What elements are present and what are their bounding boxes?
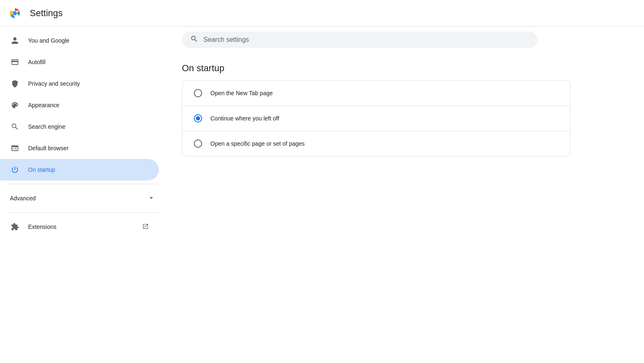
- power-icon: [10, 165, 20, 175]
- search-bar: [182, 31, 537, 48]
- main-content: On startup Open the New Tab page Continu…: [165, 53, 644, 363]
- external-link-icon: [142, 223, 149, 231]
- option-new-tab[interactable]: Open the New Tab page: [182, 81, 570, 106]
- search-icon: [10, 122, 20, 132]
- sidebar-item-you-and-google[interactable]: You and Google: [0, 30, 159, 51]
- search-icon: [190, 35, 198, 45]
- sidebar-item-on-startup[interactable]: On startup: [0, 159, 159, 180]
- sidebar-item-label: Autofill: [28, 59, 45, 65]
- section-title: On startup: [182, 63, 627, 74]
- sidebar-item-advanced[interactable]: Advanced: [0, 188, 165, 209]
- sidebar: You and Google Autofill Privacy and secu…: [0, 26, 165, 363]
- puzzle-icon: [10, 222, 20, 232]
- option-new-tab-label: Open the New Tab page: [210, 90, 273, 96]
- option-specific-page[interactable]: Open a specific page or set of pages: [182, 131, 570, 156]
- search-input[interactable]: [203, 36, 529, 43]
- startup-options-card: Open the New Tab page Continue where you…: [182, 80, 570, 156]
- svg-point-2: [13, 11, 17, 15]
- sidebar-item-default-browser[interactable]: Default browser: [0, 137, 159, 159]
- shield-icon: [10, 79, 20, 89]
- page-title: Settings: [30, 8, 63, 19]
- sidebar-item-privacy[interactable]: Privacy and security: [0, 73, 159, 94]
- person-icon: [10, 36, 20, 46]
- sidebar-item-extensions[interactable]: Extensions: [0, 216, 159, 238]
- sidebar-item-appearance[interactable]: Appearance: [0, 94, 159, 116]
- top-bar: Settings: [0, 0, 644, 26]
- right-panel: On startup Open the New Tab page Continu…: [165, 26, 644, 363]
- sidebar-item-label: Default browser: [28, 145, 69, 151]
- radio-new-tab[interactable]: [194, 89, 202, 97]
- radio-specific-page[interactable]: [194, 139, 202, 148]
- browser-icon: [10, 143, 20, 153]
- autofill-icon: [10, 57, 20, 67]
- option-continue[interactable]: Continue where you left off: [182, 106, 570, 131]
- sidebar-divider-2: [7, 212, 159, 213]
- radio-continue[interactable]: [194, 114, 202, 123]
- sidebar-item-label: On startup: [28, 166, 55, 173]
- sidebar-item-label: You and Google: [28, 37, 69, 44]
- sidebar-item-label: Appearance: [28, 102, 60, 108]
- advanced-label: Advanced: [10, 195, 36, 202]
- sidebar-item-autofill[interactable]: Autofill: [0, 51, 159, 73]
- sidebar-divider: [7, 184, 159, 184]
- sidebar-item-label: Extensions: [28, 224, 56, 230]
- chrome-logo: [7, 5, 23, 22]
- option-continue-label: Continue where you left off: [210, 115, 279, 122]
- chevron-down-icon: [147, 194, 155, 203]
- sidebar-item-label: Privacy and security: [28, 80, 80, 87]
- sidebar-item-label: Search engine: [28, 123, 65, 130]
- layout: You and Google Autofill Privacy and secu…: [0, 26, 644, 363]
- search-container: [165, 26, 644, 53]
- palette-icon: [10, 100, 20, 110]
- option-specific-page-label: Open a specific page or set of pages: [210, 140, 305, 147]
- sidebar-item-search-engine[interactable]: Search engine: [0, 116, 159, 137]
